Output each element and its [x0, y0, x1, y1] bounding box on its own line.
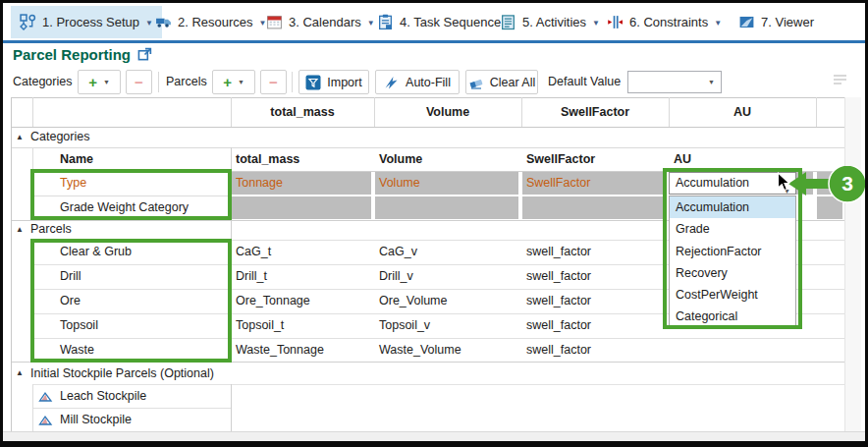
minus-icon: − — [135, 75, 143, 89]
eraser-icon — [468, 75, 484, 90]
import-funnel-icon — [305, 75, 321, 90]
categories-toolbar-label: Categories — [13, 70, 72, 94]
panel-title-row: Parcel Reporting — [13, 46, 152, 63]
column-header-swellfactor: SwellFactor — [521, 97, 669, 127]
tab-label: 2. Resources — [178, 15, 253, 29]
clear-all-button[interactable]: Clear All — [465, 70, 538, 94]
tab-label: 6. Constraints — [629, 15, 708, 29]
tab-viewer[interactable]: 7. Viewer — [730, 6, 823, 38]
parcel-cell-total-mass[interactable]: CaG_t — [236, 240, 271, 264]
stockpile-icon — [38, 414, 54, 426]
external-link-icon[interactable] — [137, 47, 152, 62]
chevron-down-icon: ▼ — [708, 79, 715, 85]
parcels-toolbar-label: Parcels — [166, 70, 207, 94]
group-row-categories[interactable]: Categories — [30, 127, 89, 147]
vertical-scrollbar[interactable] — [844, 97, 861, 431]
plus-icon: + — [88, 75, 97, 89]
parcel-cell-swell[interactable]: swell_factor — [526, 264, 591, 289]
add-category-button[interactable]: +▼ — [78, 70, 121, 94]
ribbon-tab-bar: 1. Process Setup ▼ 2. Resources ▼ 3. Cal… — [3, 3, 865, 40]
activities-icon — [500, 14, 516, 30]
column-header-volume: Volume — [374, 97, 521, 127]
chevron-down-icon: ▼ — [714, 19, 722, 28]
tab-label: 7. Viewer — [761, 15, 814, 29]
stockpile-row-name[interactable]: Leach Stockpile — [60, 384, 146, 408]
auto-fill-label: Auto-Fill — [406, 76, 451, 89]
toolbar-separator — [292, 72, 293, 92]
stockpile-icon — [38, 390, 54, 403]
status-strip — [3, 431, 865, 444]
step-annotation: 3 — [787, 166, 868, 205]
subheader-swellfactor: SwellFactor — [526, 147, 595, 171]
tab-calendars[interactable]: 3. Calendars ▼ — [257, 6, 384, 38]
toolbar-separator — [158, 72, 159, 92]
lightning-icon — [384, 75, 400, 90]
subheader-name: Name — [60, 147, 93, 171]
grid-menu-icon[interactable] — [833, 74, 847, 85]
cell-gwc-volume-bg[interactable] — [375, 196, 518, 219]
minus-icon: − — [269, 75, 278, 89]
stockpile-row-name[interactable]: Mill Stockpile — [60, 408, 132, 431]
tab-activities[interactable]: 5. Activities ▼ — [491, 6, 609, 38]
tab-resources[interactable]: 2. Resources ▼ — [146, 6, 276, 38]
cell-type-volume[interactable]: Volume — [379, 171, 420, 196]
subheader-total-mass: total_mass — [236, 147, 299, 171]
task-sequence-icon — [377, 14, 394, 30]
parcel-cell-total-mass[interactable]: Waste_Tonnage — [236, 338, 324, 362]
cell-type-swellfactor[interactable]: SwellFactor — [526, 171, 590, 196]
calendars-icon — [266, 14, 283, 30]
parcel-cell-total-mass[interactable]: Ore_Tonnage — [236, 289, 310, 313]
add-parcel-button[interactable]: +▼ — [212, 70, 255, 94]
default-value-label: Default Value — [548, 70, 621, 94]
import-button[interactable]: Import — [298, 70, 369, 94]
auto-fill-button[interactable]: Auto-Fill — [375, 70, 460, 94]
parcel-cell-volume[interactable]: Drill_v — [379, 264, 413, 289]
resources-icon — [155, 14, 172, 30]
remove-parcel-button[interactable]: − — [260, 70, 287, 94]
group-row-initial-stockpiles[interactable]: Initial Stockpile Parcels (Optional) — [30, 363, 214, 384]
tab-label: 3. Calendars — [289, 15, 361, 29]
tab-process-setup[interactable]: 1. Process Setup ▼ — [11, 6, 162, 38]
parcel-cell-volume[interactable]: Topsoil_v — [379, 313, 430, 338]
column-header-au: AU — [669, 97, 816, 127]
chevron-down-icon: ▼ — [238, 79, 244, 85]
subheader-volume: Volume — [379, 147, 422, 171]
tab-label: 5. Activities — [522, 15, 586, 29]
remove-category-button[interactable]: − — [126, 70, 152, 94]
parcel-cell-total-mass[interactable]: Topsoil_t — [236, 313, 284, 338]
parcel-cell-swell[interactable]: swell_factor — [526, 289, 591, 313]
parcel-cell-volume[interactable]: Waste_Volume — [379, 338, 461, 362]
mouse-cursor — [777, 172, 791, 193]
cell-gwc-total-mass-bg[interactable] — [232, 196, 371, 219]
ribbon-accent-line — [3, 40, 865, 43]
process-setup-icon — [20, 14, 36, 30]
collapse-triangle-icon[interactable]: ▲ — [16, 219, 24, 240]
cell-type-total-mass[interactable]: Tonnage — [236, 171, 283, 196]
parcel-cell-volume[interactable]: CaG_v — [379, 240, 417, 264]
plus-icon: + — [223, 75, 232, 89]
column-header-total-mass: total_mass — [231, 97, 374, 127]
constraints-icon — [607, 14, 624, 30]
collapse-triangle-icon[interactable]: ▲ — [16, 127, 24, 147]
parcel-reporting-window: 1. Process Setup ▼ 2. Resources ▼ 3. Cal… — [0, 0, 868, 447]
chevron-down-icon: ▼ — [103, 79, 110, 85]
parcel-cell-swell[interactable]: swell_factor — [526, 338, 591, 362]
cell-gwc-swell-bg[interactable] — [522, 196, 666, 219]
page-title: Parcel Reporting — [13, 46, 131, 63]
parcel-cell-total-mass[interactable]: Drill_t — [236, 264, 267, 289]
tab-label: 1. Process Setup — [42, 15, 139, 29]
collapse-triangle-icon[interactable]: ▲ — [16, 363, 24, 384]
tab-label: 4. Task Sequence — [400, 15, 501, 29]
parcel-cell-swell[interactable]: swell_factor — [526, 240, 591, 264]
group-row-parcels[interactable]: Parcels — [30, 219, 72, 240]
highlight-box-categories — [30, 169, 232, 220]
viewer-icon — [738, 14, 755, 30]
step-number: 3 — [841, 172, 853, 195]
import-label: Import — [327, 76, 361, 89]
parcel-cell-swell[interactable]: swell_factor — [526, 313, 591, 338]
highlight-box-parcels — [30, 239, 232, 363]
tab-constraints[interactable]: 6. Constraints ▼ — [598, 6, 731, 38]
parcel-cell-volume[interactable]: Ore_Volume — [379, 289, 447, 313]
clear-all-label: Clear All — [490, 76, 536, 89]
default-value-combobox[interactable]: ▼ — [627, 71, 722, 93]
